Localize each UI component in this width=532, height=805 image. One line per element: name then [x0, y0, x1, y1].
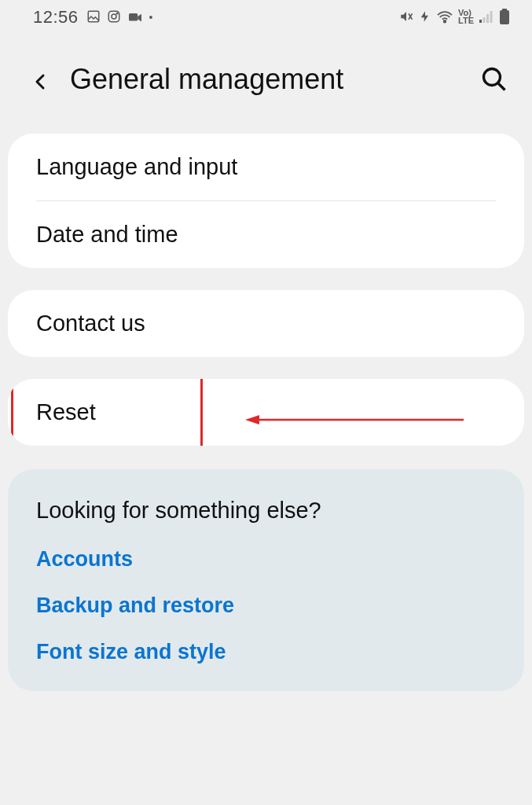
svg-rect-12: [502, 9, 507, 10]
settings-item-label: Date and time: [36, 222, 178, 247]
svg-point-7: [444, 20, 446, 22]
dot-icon: •: [149, 12, 153, 23]
status-left: 12:56 •: [33, 7, 152, 28]
gallery-icon: [86, 9, 101, 26]
suggestion-link-backup-restore[interactable]: Backup and restore: [36, 594, 496, 618]
status-notification-icons: •: [86, 9, 153, 26]
svg-line-15: [498, 83, 504, 90]
signal-icon: [479, 9, 494, 26]
header-left: General management: [31, 63, 343, 96]
svg-rect-4: [129, 13, 138, 21]
settings-group-contact: Contact us: [8, 290, 524, 357]
back-icon[interactable]: [31, 70, 50, 89]
settings-item-reset[interactable]: Reset: [8, 379, 524, 446]
settings-item-label: Language and input: [36, 154, 237, 179]
data-saver-icon: [419, 9, 431, 26]
instagram-icon: [107, 9, 121, 26]
svg-rect-10: [486, 14, 489, 23]
settings-item-label: Contact us: [36, 311, 145, 336]
suggestion-link-label: Backup and restore: [36, 594, 234, 617]
volte-icon: Vo)LTE: [458, 9, 474, 25]
wifi-icon: [436, 9, 453, 26]
svg-rect-13: [500, 10, 509, 24]
status-time: 12:56: [33, 7, 79, 28]
svg-rect-0: [88, 11, 99, 22]
suggestion-link-font-size-style[interactable]: Font size and style: [36, 640, 496, 664]
svg-point-14: [484, 69, 501, 86]
mute-icon: [398, 9, 414, 26]
suggestion-link-accounts[interactable]: Accounts: [36, 547, 496, 572]
settings-item-contact-us[interactable]: Contact us: [8, 290, 524, 357]
svg-point-2: [112, 14, 116, 19]
header: General management: [0, 31, 532, 119]
settings-item-language-input[interactable]: Language and input: [8, 134, 524, 200]
svg-rect-11: [490, 11, 493, 23]
suggestion-link-label: Font size and style: [36, 640, 226, 663]
svg-rect-9: [483, 17, 486, 23]
settings-group-general: Language and input Date and time: [8, 134, 524, 268]
status-bar: 12:56 • Vo)LTE: [0, 0, 532, 31]
settings-item-date-time[interactable]: Date and time: [8, 201, 524, 268]
settings-group-reset: Reset: [8, 379, 524, 446]
suggestion-link-label: Accounts: [36, 547, 133, 571]
status-system-icons: Vo)LTE: [398, 9, 510, 27]
battery-icon: [499, 9, 510, 27]
svg-point-3: [116, 13, 118, 14]
suggestion-heading: Looking for something else?: [36, 498, 496, 524]
settings-item-label: Reset: [36, 399, 96, 425]
svg-rect-8: [479, 20, 482, 23]
camera-icon: [127, 10, 143, 25]
page-title: General management: [70, 63, 343, 96]
suggestion-panel: Looking for something else? Accounts Bac…: [8, 469, 524, 691]
search-icon[interactable]: [480, 65, 508, 94]
